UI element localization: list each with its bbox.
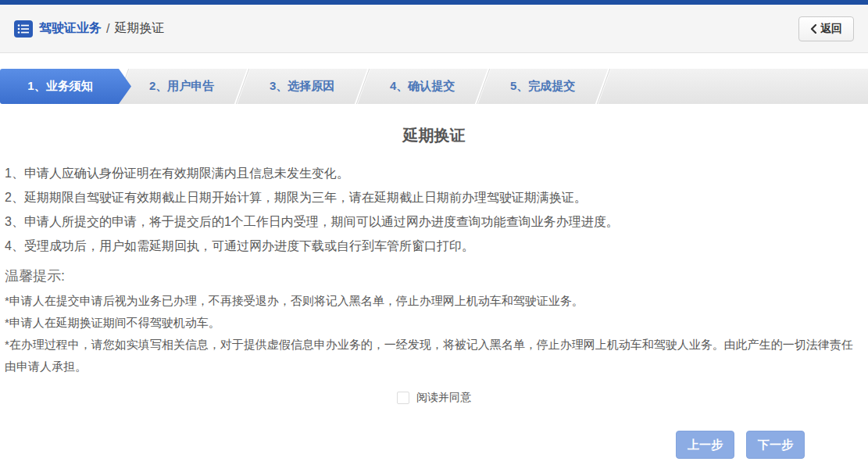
back-button[interactable]: 返回 [798, 16, 854, 41]
agree-checkbox[interactable] [397, 392, 409, 404]
step-5-complete-submit[interactable]: 5、完成提交 [477, 69, 608, 104]
step-2-user-declaration[interactable]: 2、用户申告 [116, 69, 247, 104]
notice-list: 1、申请人应确认身份证明在有效期限满内且信息未发生变化。 2、延期期限自驾驶证有… [5, 161, 863, 258]
tip-item-2: *申请人在延期换证期间不得驾驶机动车。 [5, 312, 863, 334]
chevron-left-icon [810, 24, 816, 34]
step-label: 3、选择原因 [270, 79, 334, 94]
notice-item-4: 4、受理成功后，用户如需延期回执，可通过网办进度下载或自行到车管所窗口打印。 [5, 234, 863, 258]
breadcrumb-separator: / [106, 22, 109, 36]
breadcrumb-business-link[interactable]: 驾驶证业务 [39, 20, 102, 37]
step-bar-filler [597, 69, 868, 104]
step-label: 1、业务须知 [27, 79, 92, 94]
back-button-label: 返回 [820, 22, 842, 36]
main-content: 延期换证 1、申请人应确认身份证明在有效期限满内且信息未发生变化。 2、延期期限… [0, 125, 868, 405]
breadcrumb-current-page: 延期换证 [114, 20, 164, 37]
previous-step-button[interactable]: 上一步 [676, 431, 734, 459]
step-label: 2、用户申告 [149, 79, 214, 94]
list-icon [14, 20, 33, 38]
tips-title: 温馨提示: [5, 267, 863, 285]
footer-buttons: 上一步 下一步 [676, 431, 805, 459]
step-label: 5、完成提交 [510, 79, 575, 94]
tip-item-3: *在办理过程中，请您如实填写相关信息，对于提供虚假信息申办业务的，一经发现，将被… [5, 334, 863, 378]
tip-item-1: *申请人在提交申请后视为业务已办理，不再接受退办，否则将记入黑名单，停止办理网上… [5, 290, 863, 312]
step-1-business-notice[interactable]: 1、业务须知 [0, 69, 131, 104]
step-wizard-bar: 1、业务须知 2、用户申告 3、选择原因 4、确认提交 5、完成提交 [0, 69, 868, 104]
page: 驾驶证业务 / 延期换证 返回 1、业务须知 2、用户申告 3、选择原因 4、确… [0, 0, 868, 476]
header: 驾驶证业务 / 延期换证 返回 [0, 5, 868, 53]
next-step-button[interactable]: 下一步 [746, 431, 805, 459]
step-4-confirm-submit[interactable]: 4、确认提交 [356, 69, 488, 104]
step-label: 4、确认提交 [390, 79, 455, 94]
notice-item-2: 2、延期期限自驾驶证有效期截止日期开始计算，期限为三年，请在延期截止日期前办理驾… [5, 185, 863, 209]
notice-item-3: 3、申请人所提交的申请，将于提交后的1个工作日内受理，期间可以通过网办进度查询功… [5, 209, 863, 234]
notice-item-1: 1、申请人应确认身份证明在有效期限满内且信息未发生变化。 [5, 161, 863, 185]
step-3-select-reason[interactable]: 3、选择原因 [236, 69, 367, 104]
tips-list: *申请人在提交申请后视为业务已办理，不再接受退办，否则将记入黑名单，停止办理网上… [5, 290, 863, 378]
agree-row: 阅读并同意 [5, 391, 863, 405]
agree-label[interactable]: 阅读并同意 [416, 391, 471, 405]
page-title: 延期换证 [5, 125, 863, 146]
breadcrumb: 驾驶证业务 / 延期换证 [39, 20, 164, 37]
